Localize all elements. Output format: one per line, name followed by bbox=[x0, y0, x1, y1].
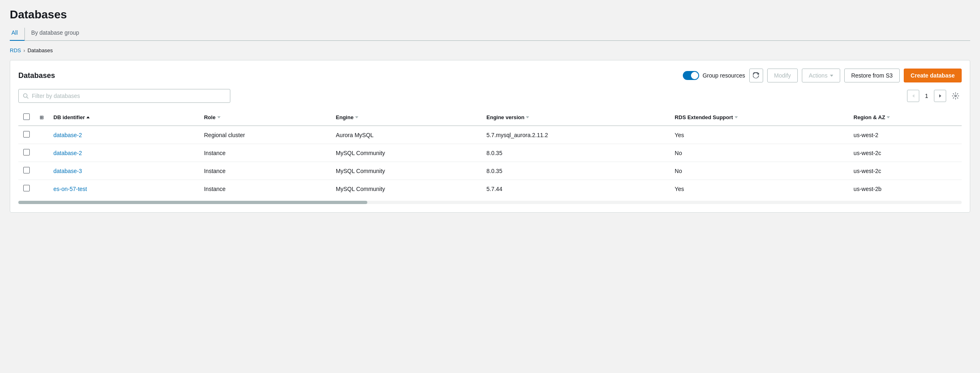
th-engine[interactable]: Engine bbox=[331, 109, 481, 126]
table-row: es-on-57-test Instance MySQL Community 5… bbox=[18, 180, 962, 198]
row-expand-cell bbox=[35, 162, 49, 180]
page-number: 1 bbox=[923, 93, 931, 99]
row-expand-cell bbox=[35, 126, 49, 144]
prev-page-button[interactable] bbox=[907, 90, 919, 102]
th-db-identifier[interactable]: DB identifier bbox=[49, 109, 199, 126]
next-page-button[interactable] bbox=[934, 90, 946, 102]
row-db-identifier: database-2 bbox=[49, 126, 199, 144]
row-region-az: us-west-2 bbox=[849, 126, 962, 144]
breadcrumb-rds-link[interactable]: RDS bbox=[10, 47, 21, 53]
table-row: database-2 Instance MySQL Community 8.0.… bbox=[18, 144, 962, 162]
row-checkbox-cell bbox=[18, 162, 35, 180]
tab-all[interactable]: All bbox=[10, 26, 24, 41]
search-input-wrap[interactable] bbox=[18, 89, 230, 103]
row-checkbox[interactable] bbox=[23, 167, 30, 173]
databases-card: Databases Group resources Modify Actio bbox=[10, 60, 970, 213]
card-header: Databases Group resources Modify Actio bbox=[18, 69, 962, 82]
row-engine: Aurora MySQL bbox=[331, 126, 481, 144]
group-resources-toggle[interactable] bbox=[683, 71, 699, 80]
toggle-group: Group resources bbox=[683, 71, 745, 80]
table-row: database-2 Regional cluster Aurora MySQL… bbox=[18, 126, 962, 144]
header-actions: Group resources Modify Actions Restore f… bbox=[683, 69, 962, 82]
refresh-button[interactable] bbox=[749, 69, 763, 82]
th-role[interactable]: Role bbox=[199, 109, 331, 126]
settings-icon bbox=[952, 92, 959, 100]
db-identifier-link[interactable]: database-2 bbox=[53, 150, 82, 156]
row-expand-cell bbox=[35, 180, 49, 198]
row-rds-extended-support: No bbox=[670, 144, 849, 162]
row-checkbox-cell bbox=[18, 180, 35, 198]
row-region-az: us-west-2c bbox=[849, 144, 962, 162]
scrollbar-track bbox=[18, 201, 962, 204]
card-title: Databases bbox=[18, 71, 55, 80]
search-input[interactable] bbox=[32, 93, 226, 99]
row-checkbox[interactable] bbox=[23, 131, 30, 138]
breadcrumb-separator: › bbox=[23, 48, 25, 53]
row-engine: MySQL Community bbox=[331, 144, 481, 162]
th-expand: ⊞ bbox=[35, 109, 49, 126]
sort-none-icon bbox=[217, 116, 221, 118]
row-checkbox-cell bbox=[18, 144, 35, 162]
row-engine-version: 8.0.35 bbox=[481, 144, 670, 162]
row-engine-version: 5.7.44 bbox=[481, 180, 670, 198]
th-rds-extended-support[interactable]: RDS Extended Support bbox=[670, 109, 849, 126]
breadcrumb-current: Databases bbox=[27, 47, 53, 53]
sort-none-icon-4 bbox=[735, 116, 738, 118]
search-filter-row: 1 bbox=[18, 89, 962, 103]
row-db-identifier: database-2 bbox=[49, 144, 199, 162]
create-database-button[interactable]: Create database bbox=[904, 69, 962, 82]
search-icon bbox=[23, 93, 29, 99]
sort-none-icon-3 bbox=[526, 116, 529, 118]
row-db-identifier: es-on-57-test bbox=[49, 180, 199, 198]
row-checkbox[interactable] bbox=[23, 149, 30, 155]
table-header-row: ⊞ DB identifier Role bbox=[18, 109, 962, 126]
row-db-identifier: database-3 bbox=[49, 162, 199, 180]
row-engine: MySQL Community bbox=[331, 180, 481, 198]
db-identifier-link[interactable]: database-2 bbox=[53, 132, 82, 138]
row-rds-extended-support: Yes bbox=[670, 126, 849, 144]
sort-none-icon-2 bbox=[355, 116, 358, 118]
tabs-bar: All By database group bbox=[10, 26, 970, 41]
row-engine: MySQL Community bbox=[331, 162, 481, 180]
row-expand-cell bbox=[35, 144, 49, 162]
breadcrumb: RDS › Databases bbox=[10, 47, 970, 53]
modify-button[interactable]: Modify bbox=[767, 69, 798, 82]
row-role: Instance bbox=[199, 144, 331, 162]
chevron-left-icon bbox=[912, 94, 914, 98]
svg-point-2 bbox=[955, 95, 956, 97]
row-engine-version: 5.7.mysql_aurora.2.11.2 bbox=[481, 126, 670, 144]
page-title: Databases bbox=[10, 8, 970, 21]
group-resources-label: Group resources bbox=[702, 72, 745, 79]
select-all-checkbox[interactable] bbox=[23, 113, 30, 120]
horizontal-scrollbar[interactable] bbox=[18, 201, 962, 204]
sort-asc-icon bbox=[86, 116, 90, 118]
row-checkbox[interactable] bbox=[23, 185, 30, 191]
th-checkbox bbox=[18, 109, 35, 126]
chevron-right-icon bbox=[939, 94, 941, 98]
tab-by-database-group[interactable]: By database group bbox=[25, 26, 86, 41]
row-region-az: us-west-2c bbox=[849, 162, 962, 180]
table-settings-button[interactable] bbox=[949, 90, 962, 102]
sort-none-icon-5 bbox=[887, 116, 890, 118]
page-wrapper: Databases All By database group RDS › Da… bbox=[0, 0, 980, 373]
pagination-group: 1 bbox=[907, 90, 962, 102]
table-row: database-3 Instance MySQL Community 8.0.… bbox=[18, 162, 962, 180]
th-region-az[interactable]: Region & AZ bbox=[849, 109, 962, 126]
row-role: Regional cluster bbox=[199, 126, 331, 144]
restore-from-s3-button[interactable]: Restore from S3 bbox=[844, 69, 900, 82]
db-identifier-link[interactable]: es-on-57-test bbox=[53, 186, 87, 192]
expand-all-icon[interactable]: ⊞ bbox=[40, 115, 44, 120]
row-rds-extended-support: No bbox=[670, 162, 849, 180]
row-rds-extended-support: Yes bbox=[670, 180, 849, 198]
databases-table: ⊞ DB identifier Role bbox=[18, 109, 962, 198]
row-role: Instance bbox=[199, 180, 331, 198]
refresh-icon bbox=[753, 72, 759, 79]
actions-chevron-icon bbox=[830, 75, 833, 77]
row-role: Instance bbox=[199, 162, 331, 180]
db-identifier-link[interactable]: database-3 bbox=[53, 168, 82, 174]
scrollbar-thumb bbox=[18, 201, 367, 204]
row-engine-version: 8.0.35 bbox=[481, 162, 670, 180]
svg-line-1 bbox=[27, 97, 29, 99]
th-engine-version[interactable]: Engine version bbox=[481, 109, 670, 126]
actions-button[interactable]: Actions bbox=[802, 69, 840, 82]
